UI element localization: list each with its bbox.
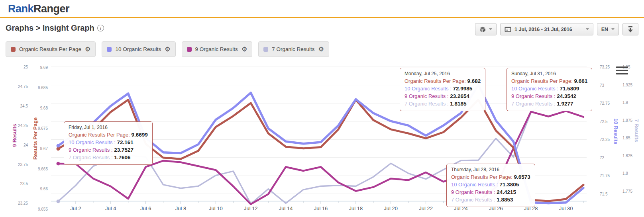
legend-item-10-organic-results[interactable]: 10 Organic Results⚙ xyxy=(102,41,175,57)
tooltip-series-value: 24.3542 xyxy=(557,93,576,99)
tooltip-series-value: 1.7606 xyxy=(114,154,130,160)
tooltip-row-9-organic-results: 9 Organic Results : 23.2654 xyxy=(404,92,481,100)
legend-item-9-organic-results[interactable]: 9 Organic Results⚙ xyxy=(182,41,253,57)
y-axis-tick-7-results: 1.775 xyxy=(622,189,632,193)
tooltip-series-label: 10 Organic Results : xyxy=(404,86,453,92)
x-axis-label: Jul 12 xyxy=(244,205,258,211)
x-axis-label: Jul 10 xyxy=(209,205,223,211)
chart-menu-icon[interactable] xyxy=(616,66,628,76)
product-picker-button[interactable] xyxy=(475,23,497,35)
tooltip-series-label: 9 Organic Results : xyxy=(404,93,450,99)
legend-swatch xyxy=(187,47,192,52)
chevron-down-icon xyxy=(611,28,615,30)
tooltip-row-7-organic-results: 7 Organic Results : 1.9277 xyxy=(511,100,587,108)
toolbar: 1 Jul, 2016 - 31 Jul, 2016 EN xyxy=(475,23,638,35)
info-icon[interactable]: i xyxy=(97,25,104,31)
y-axis-tick-7-results: 1.8 xyxy=(622,171,628,176)
tooltip-series-value: 72.9985 xyxy=(453,86,472,92)
y-axis-tick-results-per-page: 9.68 xyxy=(25,106,48,110)
tooltip-series-label: Organic Results Per Page: xyxy=(451,174,514,180)
tooltip-row-7-organic-results: 7 Organic Results : 1.7606 xyxy=(69,154,148,161)
tooltip-series-value: 9.682 xyxy=(467,78,481,84)
chart-tooltip: Monday, Jul 25, 2016Organic Results Per … xyxy=(400,68,485,111)
y-axis-tick-9-results: 24.75 xyxy=(5,84,28,88)
top-header-bar: RankRanger xyxy=(0,0,644,17)
tooltip-date: Sunday, Jul 31, 2016 xyxy=(511,71,587,76)
tooltip-row-9-organic-results: 9 Organic Results : 24.4215 xyxy=(451,188,530,196)
logo-part-ranger: Ranger xyxy=(33,3,69,15)
legend: Organic Results Per Page⚙10 Organic Resu… xyxy=(6,41,329,57)
x-axis-label: Jul 22 xyxy=(419,205,433,211)
tooltip-series-label: 7 Organic Results : xyxy=(511,101,557,107)
tooltip-series-value: 9.6573 xyxy=(514,174,530,180)
tooltip-row-organic-results-per-page: Organic Results Per Page: 9.661 xyxy=(511,77,587,85)
legend-item-organic-results-per-page[interactable]: Organic Results Per Page⚙ xyxy=(6,41,96,57)
tooltip-row-10-organic-results: 10 Organic Results : 71.3805 xyxy=(451,181,530,188)
tooltip-row-9-organic-results: 9 Organic Results : 24.3542 xyxy=(511,92,587,100)
data-point-marker[interactable] xyxy=(57,162,60,165)
x-axis-label: Jul 8 xyxy=(175,205,186,211)
tooltip-series-label: Organic Results Per Page: xyxy=(404,78,467,84)
insight-graph-chart: 9.699.6859.689.6759.679.6659.669.655Resu… xyxy=(0,60,644,217)
chart-tooltip: Friday, Jul 1, 2016Organic Results Per P… xyxy=(64,121,153,165)
x-axis-label: Jul 2 xyxy=(70,205,81,211)
y-axis-tick-10-results: 72.75 xyxy=(600,101,610,106)
tooltip-series-value: 9.6699 xyxy=(132,132,148,138)
gear-icon[interactable]: ⚙ xyxy=(318,46,324,53)
download-button[interactable] xyxy=(622,23,638,35)
y-axis-title-7-results: 7 Results xyxy=(634,119,640,142)
tooltip-row-organic-results-per-page: Organic Results Per Page: 9.6573 xyxy=(451,173,530,181)
legend-swatch xyxy=(263,47,268,52)
y-axis-tick-10-results: 72.5 xyxy=(600,119,607,123)
tooltip-row-organic-results-per-page: Organic Results Per Page: 9.6699 xyxy=(69,131,148,139)
y-axis-tick-results-per-page: 9.69 xyxy=(25,65,48,70)
tooltip-series-label: 10 Organic Results : xyxy=(451,182,499,188)
tooltip-series-label: 9 Organic Results : xyxy=(511,93,557,99)
date-range-label: 1 Jul, 2016 - 31 Jul, 2016 xyxy=(514,27,572,32)
page: RankRanger Graphs > Insight Graph i 1 Ju… xyxy=(0,0,644,217)
x-axis-label: Jul 6 xyxy=(140,205,151,211)
y-axis-tick-10-results: 73.25 xyxy=(600,65,610,69)
data-point-marker[interactable] xyxy=(57,199,60,203)
tooltip-date: Friday, Jul 1, 2016 xyxy=(69,125,148,130)
y-axis-tick-10-results: 71.5 xyxy=(600,192,607,196)
y-axis-tick-9-results: 23.75 xyxy=(5,162,28,166)
y-axis-tick-results-per-page: 9.685 xyxy=(25,85,48,90)
y-axis-tick-results-per-page: 9.66 xyxy=(25,187,48,191)
x-axis-label: Jul 30 xyxy=(559,205,573,211)
gear-icon[interactable]: ⚙ xyxy=(85,46,90,53)
rankranger-logo[interactable]: RankRanger xyxy=(8,3,69,15)
tooltip-series-label: 9 Organic Results : xyxy=(451,189,497,195)
legend-swatch xyxy=(11,47,16,52)
y-axis-tick-results-per-page: 9.655 xyxy=(25,207,48,211)
y-axis-title-9-results: 9 Results xyxy=(12,124,18,147)
tooltip-row-10-organic-results: 10 Organic Results : 71.5809 xyxy=(511,85,587,92)
tooltip-series-value: 72.161 xyxy=(117,139,133,145)
download-icon xyxy=(628,26,633,33)
legend-label: 7 Organic Results xyxy=(272,46,314,52)
logo-part-rank: Rank xyxy=(8,3,33,15)
tooltip-series-value: 24.4215 xyxy=(497,189,516,195)
y-axis-tick-10-results: 72.25 xyxy=(600,137,610,142)
data-point-marker[interactable] xyxy=(57,144,60,148)
y-axis-title-10-results: 10 Results xyxy=(613,118,619,144)
legend-item-7-organic-results[interactable]: 7 Organic Results⚙ xyxy=(258,41,329,57)
gear-icon[interactable]: ⚙ xyxy=(165,46,170,53)
y-axis-tick-7-results: 1.9 xyxy=(622,100,628,105)
y-axis-title-results-per-page: Results Per Page xyxy=(32,117,38,160)
gear-icon[interactable]: ⚙ xyxy=(242,46,247,53)
page-title: Graphs > Insight Graph xyxy=(6,23,94,33)
chevron-down-icon xyxy=(586,28,589,30)
language-button[interactable]: EN xyxy=(597,23,619,35)
tooltip-series-value: 71.3805 xyxy=(499,182,519,188)
y-axis-tick-9-results: 25 xyxy=(5,65,28,69)
tooltip-series-label: 7 Organic Results : xyxy=(404,101,450,107)
calendar-icon xyxy=(505,26,511,32)
date-range-button[interactable]: 1 Jul, 2016 - 31 Jul, 2016 xyxy=(500,23,593,35)
tooltip-series-label: 9 Organic Results : xyxy=(69,147,114,153)
tooltip-series-value: 1.8853 xyxy=(497,197,513,203)
tooltip-series-label: 10 Organic Results : xyxy=(69,139,117,145)
tooltip-series-label: 10 Organic Results : xyxy=(511,86,560,92)
y-axis-tick-10-results: 73 xyxy=(600,83,604,87)
breadcrumb: Graphs > Insight Graph i xyxy=(6,23,104,33)
